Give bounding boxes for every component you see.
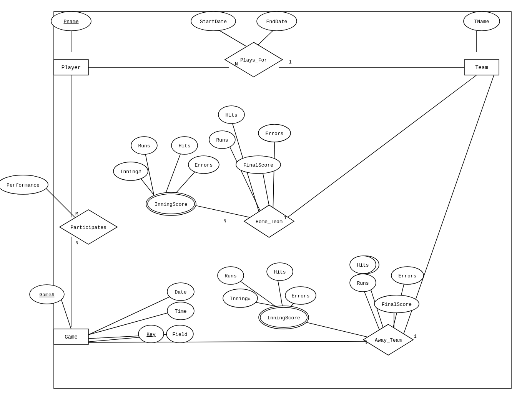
- svg-text:Hits: Hits: [274, 269, 286, 275]
- svg-text:Hits: Hits: [225, 112, 237, 118]
- svg-line-10: [62, 300, 71, 329]
- svg-text:InningScore: InningScore: [267, 315, 300, 321]
- svg-line-23: [273, 134, 275, 214]
- svg-text:Hits: Hits: [178, 143, 190, 149]
- svg-text:Field: Field: [172, 332, 187, 337]
- svg-text:Hits: Hits: [357, 262, 369, 268]
- svg-text:Errors: Errors: [195, 162, 213, 168]
- diagram-canvas: PlayerTeamGamePlays_ForParticipatesHome_…: [0, 0, 532, 404]
- svg-text:M: M: [75, 211, 78, 217]
- svg-text:TName: TName: [474, 19, 489, 25]
- svg-text:N: N: [235, 61, 238, 67]
- svg-text:Team: Team: [475, 65, 488, 71]
- svg-text:StartDate: StartDate: [200, 19, 227, 25]
- svg-text:N: N: [75, 240, 78, 246]
- svg-text:1: 1: [414, 334, 417, 339]
- svg-line-30: [404, 75, 494, 334]
- svg-text:N: N: [364, 339, 367, 345]
- svg-text:Inning#: Inning#: [230, 296, 251, 302]
- svg-text:Runs: Runs: [357, 280, 369, 286]
- svg-text:EndDate: EndDate: [266, 19, 288, 25]
- svg-text:Errors: Errors: [292, 293, 310, 299]
- svg-line-15: [188, 204, 250, 217]
- svg-text:Errors: Errors: [266, 131, 284, 137]
- svg-line-19: [165, 148, 183, 194]
- svg-text:1: 1: [289, 59, 292, 65]
- er-diagram: PlayerTeamGamePlays_ForParticipatesHome_…: [0, 0, 532, 404]
- svg-line-29: [302, 321, 371, 338]
- svg-text:Key: Key: [146, 332, 156, 337]
- svg-text:Plays_For: Plays_For: [240, 57, 267, 63]
- svg-text:Participates: Participates: [70, 225, 106, 230]
- svg-text:InningScore: InningScore: [155, 202, 188, 207]
- svg-line-35: [85, 341, 373, 342]
- svg-text:Time: Time: [175, 309, 186, 314]
- svg-text:1: 1: [284, 215, 287, 221]
- svg-text:Pname: Pname: [63, 19, 78, 25]
- svg-text:Player: Player: [62, 65, 81, 71]
- svg-line-16: [288, 75, 477, 217]
- lines-layer: [42, 12, 511, 389]
- svg-text:Home_Team: Home_Team: [256, 219, 283, 225]
- shapes-layer: PlayerTeamGamePlays_ForParticipatesHome_…: [0, 12, 500, 355]
- svg-text:Performance: Performance: [7, 182, 40, 188]
- svg-line-22: [227, 140, 261, 214]
- svg-text:Away_Team: Away_Team: [375, 337, 402, 343]
- svg-rect-0: [54, 12, 511, 389]
- svg-text:FinalScore: FinalScore: [382, 302, 412, 307]
- svg-text:Runs: Runs: [138, 143, 150, 149]
- svg-text:N: N: [223, 218, 226, 224]
- svg-text:Game#: Game#: [39, 292, 54, 298]
- svg-text:Runs: Runs: [224, 273, 236, 279]
- svg-text:Runs: Runs: [216, 137, 228, 143]
- svg-text:Game: Game: [65, 334, 78, 340]
- svg-text:Inning#: Inning#: [120, 169, 141, 175]
- svg-text:Errors: Errors: [399, 273, 417, 279]
- svg-text:FinalScore: FinalScore: [243, 162, 273, 168]
- svg-text:Date: Date: [175, 289, 186, 295]
- svg-line-9: [42, 185, 75, 217]
